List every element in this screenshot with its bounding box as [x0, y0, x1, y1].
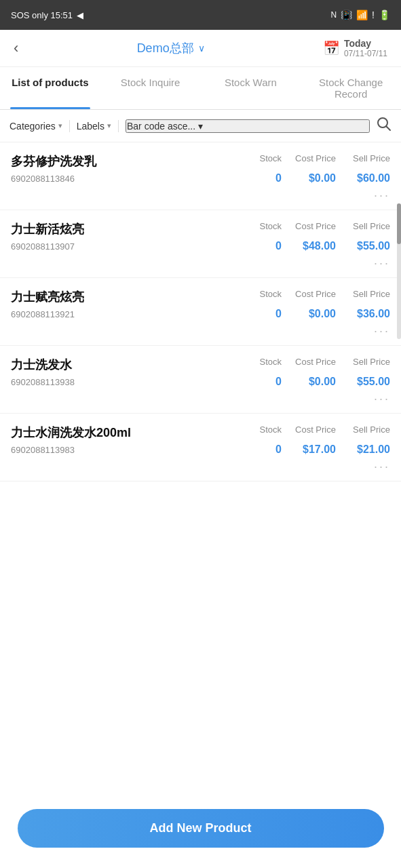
- scrollbar-track: [397, 203, 401, 339]
- product-name: 力士洗发水: [11, 357, 72, 373]
- stock-value: 0: [227, 376, 282, 388]
- product-list: 多芬修护洗发乳 Stock Cost Price Sell Price 6902…: [0, 142, 401, 542]
- wifi-icon: 📶: [356, 9, 368, 20]
- cost-price-header: Cost Price: [282, 289, 336, 299]
- date-info: Today 07/11-07/11: [344, 38, 387, 58]
- product-column-headers: Stock Cost Price Sell Price: [227, 153, 390, 163]
- product-column-headers: Stock Cost Price Sell Price: [227, 221, 390, 231]
- add-product-container: Add New Product: [18, 809, 384, 848]
- product-name: 多芬修护洗发乳: [11, 153, 96, 170]
- product-item[interactable]: 力士洗发水 Stock Cost Price Sell Price 690208…: [0, 346, 401, 414]
- cost-price-header: Cost Price: [282, 221, 336, 231]
- date-today-label: Today: [344, 38, 387, 49]
- product-item[interactable]: 力士新活炫亮 Stock Cost Price Sell Price 69020…: [0, 210, 401, 278]
- more-options[interactable]: ···: [11, 189, 390, 203]
- filter-row: Categories ▾ Labels ▾ Bar code asce... ▾: [0, 110, 401, 142]
- nfc-icon: N: [330, 10, 337, 20]
- sell-price-header: Sell Price: [336, 221, 390, 231]
- categories-label: Categories: [9, 121, 56, 132]
- product-values: 0 $17.00 $21.00: [227, 443, 390, 456]
- date-range-label: 07/11-07/11: [344, 49, 387, 58]
- categories-chevron-icon: ▾: [58, 121, 62, 130]
- sell-price-value: $55.00: [336, 240, 390, 252]
- sell-price-header: Sell Price: [336, 153, 390, 163]
- product-barcode: 6902088113907: [11, 241, 75, 252]
- store-selector[interactable]: Demo总部 ∨: [137, 40, 205, 56]
- more-options[interactable]: ···: [11, 392, 390, 406]
- labels-label: Labels: [77, 121, 104, 132]
- cost-price-header: Cost Price: [282, 153, 336, 163]
- tab-list-of-products[interactable]: List of products: [0, 67, 100, 109]
- tab-stock-change-record[interactable]: Stock Change Record: [301, 67, 401, 109]
- sell-price-value: $21.00: [336, 443, 390, 456]
- stock-header: Stock: [227, 289, 282, 299]
- stock-header: Stock: [227, 425, 282, 435]
- cost-price-header: Cost Price: [282, 425, 336, 435]
- filter-divider-1: [69, 120, 70, 132]
- more-options[interactable]: ···: [11, 256, 390, 271]
- battery-icon: 🔋: [379, 9, 390, 20]
- tab-stock-warn[interactable]: Stock Warn: [201, 67, 301, 109]
- status-text: SOS only 15:51: [11, 10, 73, 20]
- product-item[interactable]: 力士水润洗发水200ml Stock Cost Price Sell Price…: [0, 414, 401, 481]
- navigation-icon: ◀: [77, 10, 83, 20]
- sort-filter[interactable]: Bar code asce... ▾: [126, 119, 370, 133]
- stock-header: Stock: [227, 153, 282, 163]
- store-chevron-icon: ∨: [198, 43, 205, 54]
- alert-icon: !: [372, 9, 375, 20]
- more-options[interactable]: ···: [11, 460, 390, 474]
- product-item[interactable]: 力士赋亮炫亮 Stock Cost Price Sell Price 69020…: [0, 278, 401, 346]
- cost-price-value: $0.00: [282, 376, 336, 388]
- stock-header: Stock: [227, 221, 282, 231]
- svg-line-1: [387, 127, 391, 131]
- status-right: N 📳 📶 ! 🔋: [330, 9, 390, 20]
- status-bar: SOS only 15:51 ◀ N 📳 📶 ! 🔋: [0, 0, 401, 30]
- product-barcode: 6902088113938: [11, 377, 75, 387]
- product-barcode: 6902088113846: [11, 174, 75, 184]
- tab-bar: List of products Stock Inquire Stock War…: [0, 67, 401, 110]
- cost-price-header: Cost Price: [282, 357, 336, 367]
- categories-filter[interactable]: Categories ▾: [9, 121, 62, 132]
- product-values: 0 $48.00 $55.00: [227, 240, 390, 252]
- sell-price-value: $55.00: [336, 376, 390, 388]
- sell-price-header: Sell Price: [336, 357, 390, 367]
- product-column-headers: Stock Cost Price Sell Price: [227, 425, 390, 435]
- date-range-selector[interactable]: 📅 Today 07/11-07/11: [323, 38, 387, 58]
- product-values: 0 $0.00 $60.00: [227, 172, 390, 184]
- product-values: 0 $0.00 $36.00: [227, 308, 390, 320]
- status-left: SOS only 15:51 ◀: [11, 10, 83, 20]
- sell-price-value: $36.00: [336, 308, 390, 320]
- stock-value: 0: [227, 308, 282, 320]
- sort-chevron-icon: ▾: [198, 121, 203, 132]
- sort-label: Bar code asce...: [127, 121, 195, 132]
- labels-chevron-icon: ▾: [107, 121, 111, 130]
- product-column-headers: Stock Cost Price Sell Price: [227, 289, 390, 299]
- cost-price-value: $0.00: [282, 172, 336, 184]
- sell-price-value: $60.00: [336, 172, 390, 184]
- search-button[interactable]: [377, 117, 392, 135]
- product-column-headers: Stock Cost Price Sell Price: [227, 357, 390, 367]
- add-new-product-button[interactable]: Add New Product: [18, 809, 384, 848]
- store-name: Demo总部: [137, 40, 194, 56]
- tab-stock-inquire[interactable]: Stock Inquire: [100, 67, 201, 109]
- scrollbar-thumb[interactable]: [397, 203, 401, 244]
- search-icon: [377, 117, 392, 132]
- product-name: 力士水润洗发水200ml: [11, 425, 131, 441]
- back-button[interactable]: ‹: [14, 39, 18, 57]
- vibrate-icon: 📳: [341, 9, 352, 20]
- product-name: 力士赋亮炫亮: [11, 289, 84, 305]
- product-name: 力士新活炫亮: [11, 221, 84, 237]
- sell-price-header: Sell Price: [336, 425, 390, 435]
- calendar-icon: 📅: [323, 40, 340, 56]
- cost-price-value: $0.00: [282, 308, 336, 320]
- more-options[interactable]: ···: [11, 324, 390, 338]
- product-item[interactable]: 多芬修护洗发乳 Stock Cost Price Sell Price 6902…: [0, 142, 401, 210]
- product-barcode: 6902088113921: [11, 309, 75, 319]
- sell-price-header: Sell Price: [336, 289, 390, 299]
- labels-filter[interactable]: Labels ▾: [77, 121, 111, 132]
- stock-value: 0: [227, 443, 282, 456]
- product-values: 0 $0.00 $55.00: [227, 376, 390, 388]
- cost-price-value: $17.00: [282, 443, 336, 456]
- stock-header: Stock: [227, 357, 282, 367]
- stock-value: 0: [227, 172, 282, 184]
